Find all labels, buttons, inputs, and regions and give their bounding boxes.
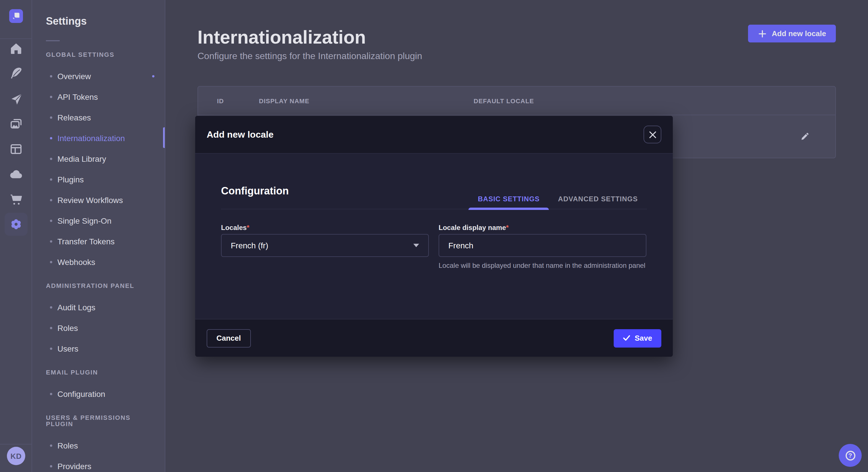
display-name-input[interactable] <box>439 234 646 257</box>
chevron-down-icon <box>413 244 419 247</box>
settings-tabs: BASIC SETTINGS ADVANCED SETTINGS <box>469 185 647 209</box>
modal-footer: Cancel Save <box>195 319 673 357</box>
required-asterisk: * <box>506 224 508 232</box>
display-name-label: Locale display name* <box>439 224 646 232</box>
tab-basic-settings[interactable]: BASIC SETTINGS <box>469 185 549 209</box>
locales-select[interactable]: French (fr) <box>221 234 429 257</box>
close-button[interactable] <box>644 126 661 143</box>
locale-form: Locales* French (fr) Locale display name… <box>221 224 647 277</box>
locales-field: Locales* French (fr) <box>221 224 429 277</box>
locales-label: Locales* <box>221 224 429 232</box>
configuration-header: Configuration BASIC SETTINGS ADVANCED SE… <box>221 185 647 209</box>
close-icon <box>649 131 656 138</box>
save-button[interactable]: Save <box>613 329 661 347</box>
check-icon <box>623 335 630 341</box>
modal-header: Add new locale <box>195 116 673 154</box>
display-name-hint: Locale will be displayed under that name… <box>439 261 646 270</box>
cancel-button[interactable]: Cancel <box>207 329 251 347</box>
strapi-admin: KD Settings GLOBAL SETTINGS Overview <box>0 0 868 472</box>
modal-body: Configuration BASIC SETTINGS ADVANCED SE… <box>195 154 673 319</box>
modal-title: Add new locale <box>207 129 274 140</box>
tab-advanced-settings[interactable]: ADVANCED SETTINGS <box>549 185 647 209</box>
add-locale-modal: Add new locale Configuration BASIC SETTI… <box>195 116 673 357</box>
required-asterisk: * <box>247 224 249 232</box>
display-name-field: Locale display name* Locale will be disp… <box>439 224 646 277</box>
save-label: Save <box>634 334 652 342</box>
locales-select-value: French (fr) <box>231 241 268 250</box>
